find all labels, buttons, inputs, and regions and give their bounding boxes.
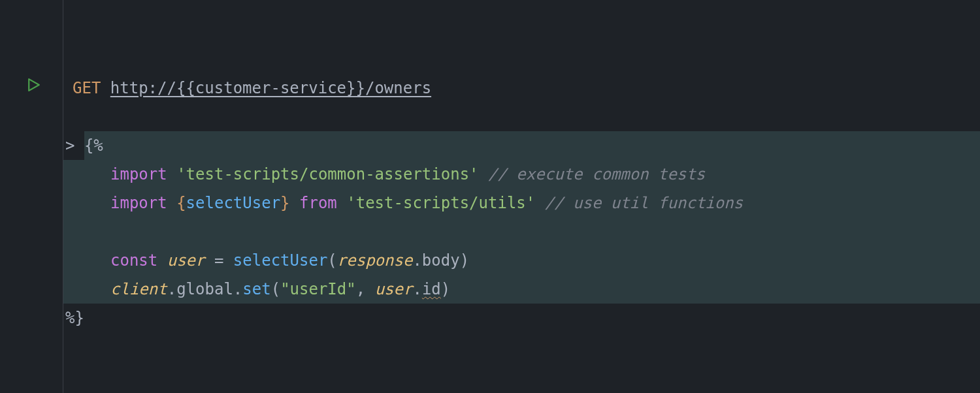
comment: // use util functions bbox=[545, 194, 743, 212]
equals: = bbox=[205, 251, 233, 270]
import-keyword: import bbox=[110, 194, 167, 212]
paren: ) bbox=[460, 251, 469, 270]
from-keyword: from bbox=[299, 194, 337, 212]
const-keyword: const bbox=[110, 251, 157, 270]
script-close: %} bbox=[65, 309, 84, 327]
brace: } bbox=[280, 194, 289, 212]
run-icon[interactable] bbox=[27, 78, 41, 91]
import-path: 'test-scripts/common-assertions' bbox=[176, 165, 478, 183]
dot: . bbox=[167, 280, 176, 298]
paren: ( bbox=[271, 280, 280, 298]
blank-line bbox=[63, 217, 980, 246]
string-arg: "userId" bbox=[280, 280, 356, 298]
script-close-line: %} bbox=[63, 304, 980, 332]
dot: . bbox=[412, 251, 421, 270]
argument: response bbox=[337, 251, 413, 270]
blank-line bbox=[63, 102, 980, 131]
set-line: client.global.set("userId", user.id) bbox=[63, 275, 980, 304]
comma: , bbox=[356, 280, 375, 298]
import-keyword: import bbox=[110, 165, 167, 183]
http-method: GET bbox=[73, 79, 101, 97]
property-warning: id bbox=[422, 280, 441, 298]
const-line: const user = selectUser(response.body) bbox=[63, 246, 980, 275]
variable-name: user bbox=[167, 251, 205, 270]
paren: ( bbox=[327, 251, 336, 270]
argument: user bbox=[375, 280, 413, 298]
object: client bbox=[110, 280, 167, 298]
property: body bbox=[422, 251, 460, 270]
code-editor[interactable]: GET http://{{customer-service}}/owners >… bbox=[63, 0, 980, 393]
property: global bbox=[176, 280, 233, 298]
import-line-2: import {selectUser} from 'test-scripts/u… bbox=[63, 189, 980, 217]
comment: // execute common tests bbox=[488, 165, 705, 183]
script-open: {% bbox=[84, 136, 103, 155]
function-call: selectUser bbox=[233, 251, 328, 270]
request-line: GET http://{{customer-service}}/owners bbox=[63, 74, 980, 102]
brace: { bbox=[176, 194, 186, 212]
import-line-1: import 'test-scripts/common-assertions' … bbox=[63, 160, 980, 189]
dot: . bbox=[233, 280, 242, 298]
editor-gutter bbox=[0, 0, 63, 393]
request-url: http://{{customer-service}}/owners bbox=[110, 79, 431, 97]
function-call: set bbox=[242, 280, 270, 298]
import-path: 'test-scripts/utils' bbox=[346, 194, 535, 212]
script-open-prefix: > bbox=[63, 136, 84, 155]
paren: ) bbox=[441, 280, 450, 298]
dot: . bbox=[412, 280, 421, 298]
imported-name: selectUser bbox=[186, 194, 281, 212]
script-open-line: > {% bbox=[63, 131, 980, 160]
